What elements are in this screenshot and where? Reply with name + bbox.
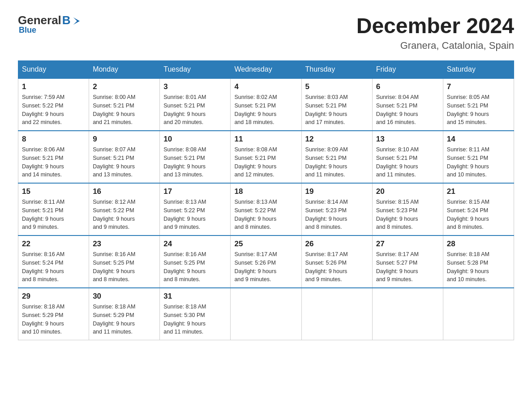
day-info: Sunrise: 8:03 AMSunset: 5:21 PMDaylight:…	[305, 93, 369, 127]
sunset-text: Sunset: 5:25 PM	[93, 259, 156, 267]
day-number: 8	[22, 135, 85, 144]
daylight-text: Daylight: 9 hours	[22, 110, 85, 119]
daylight-minutes: and 14 minutes.	[22, 171, 85, 179]
calendar-cell	[443, 288, 514, 340]
calendar-cell: 26Sunrise: 8:17 AMSunset: 5:26 PMDayligh…	[301, 235, 372, 288]
daylight-minutes: and 9 minutes.	[305, 275, 369, 284]
calendar-week-4: 22Sunrise: 8:16 AMSunset: 5:24 PMDayligh…	[18, 235, 514, 288]
page-header: General B Blue December 2024 Granera, Ca…	[18, 13, 514, 51]
sunset-text: Sunset: 5:21 PM	[376, 102, 439, 110]
col-header-sunday: Sunday	[18, 61, 89, 79]
daylight-text: Daylight: 9 hours	[93, 110, 156, 119]
calendar-cell	[231, 288, 301, 340]
day-number: 2	[93, 82, 156, 91]
calendar-cell: 12Sunrise: 8:09 AMSunset: 5:21 PMDayligh…	[301, 131, 372, 183]
daylight-minutes: and 8 minutes.	[447, 223, 510, 231]
calendar-week-3: 15Sunrise: 8:11 AMSunset: 5:21 PMDayligh…	[18, 183, 514, 235]
sunset-text: Sunset: 5:29 PM	[22, 311, 85, 320]
calendar-cell: 6Sunrise: 8:04 AMSunset: 5:21 PMDaylight…	[372, 78, 443, 131]
sunset-text: Sunset: 5:21 PM	[447, 154, 510, 163]
daylight-text: Daylight: 9 hours	[163, 267, 227, 276]
calendar-cell: 21Sunrise: 8:15 AMSunset: 5:24 PMDayligh…	[443, 183, 514, 235]
sunrise-text: Sunrise: 8:01 AM	[163, 93, 227, 102]
sunset-text: Sunset: 5:21 PM	[93, 102, 156, 110]
sunset-text: Sunset: 5:26 PM	[305, 259, 369, 267]
day-number: 26	[305, 240, 369, 248]
day-info: Sunrise: 8:11 AMSunset: 5:21 PMDaylight:…	[22, 198, 85, 231]
day-info: Sunrise: 8:06 AMSunset: 5:21 PMDaylight:…	[22, 146, 85, 179]
calendar-cell	[372, 288, 443, 340]
sunrise-text: Sunrise: 8:13 AM	[163, 198, 227, 206]
day-info: Sunrise: 8:09 AMSunset: 5:21 PMDaylight:…	[305, 146, 369, 179]
daylight-text: Daylight: 9 hours	[447, 215, 510, 223]
day-info: Sunrise: 8:01 AMSunset: 5:21 PMDaylight:…	[163, 93, 227, 127]
daylight-minutes: and 8 minutes.	[22, 275, 85, 284]
day-info: Sunrise: 8:17 AMSunset: 5:26 PMDaylight:…	[234, 250, 297, 284]
daylight-minutes: and 18 minutes.	[234, 118, 297, 127]
sunrise-text: Sunrise: 8:17 AM	[376, 250, 439, 259]
day-number: 29	[22, 292, 85, 301]
calendar-cell: 31Sunrise: 8:18 AMSunset: 5:30 PMDayligh…	[160, 288, 231, 340]
daylight-text: Daylight: 9 hours	[305, 267, 369, 276]
day-info: Sunrise: 8:16 AMSunset: 5:24 PMDaylight:…	[22, 250, 85, 284]
calendar-cell: 18Sunrise: 8:13 AMSunset: 5:22 PMDayligh…	[231, 183, 301, 235]
daylight-minutes: and 8 minutes.	[163, 275, 227, 284]
day-number: 11	[234, 135, 297, 144]
sunset-text: Sunset: 5:21 PM	[234, 154, 297, 163]
day-info: Sunrise: 8:08 AMSunset: 5:21 PMDaylight:…	[234, 146, 297, 179]
day-number: 5	[305, 82, 369, 91]
sunrise-text: Sunrise: 8:00 AM	[93, 93, 156, 102]
day-number: 23	[93, 240, 156, 248]
daylight-minutes: and 22 minutes.	[22, 118, 85, 127]
daylight-minutes: and 8 minutes.	[93, 275, 156, 284]
daylight-minutes: and 15 minutes.	[447, 118, 510, 127]
daylight-minutes: and 13 minutes.	[163, 171, 227, 179]
sunrise-text: Sunrise: 8:13 AM	[234, 198, 297, 206]
day-number: 10	[163, 135, 227, 144]
day-number: 21	[447, 187, 510, 196]
title-block: December 2024 Granera, Catalonia, Spain	[356, 13, 514, 51]
day-number: 4	[234, 82, 297, 91]
sunset-text: Sunset: 5:26 PM	[234, 259, 297, 267]
daylight-minutes: and 10 minutes.	[447, 275, 510, 284]
day-number: 14	[447, 135, 510, 144]
calendar-cell: 22Sunrise: 8:16 AMSunset: 5:24 PMDayligh…	[18, 235, 89, 288]
sunrise-text: Sunrise: 8:02 AM	[234, 93, 297, 102]
calendar-cell: 2Sunrise: 8:00 AMSunset: 5:21 PMDaylight…	[89, 78, 160, 131]
daylight-text: Daylight: 9 hours	[376, 215, 439, 223]
day-number: 18	[234, 187, 297, 196]
calendar-week-2: 8Sunrise: 8:06 AMSunset: 5:21 PMDaylight…	[18, 131, 514, 183]
daylight-minutes: and 13 minutes.	[93, 171, 156, 179]
sunrise-text: Sunrise: 8:08 AM	[163, 146, 227, 154]
daylight-minutes: and 17 minutes.	[305, 118, 369, 127]
col-header-thursday: Thursday	[301, 61, 372, 79]
sunset-text: Sunset: 5:22 PM	[22, 102, 85, 110]
calendar-cell: 3Sunrise: 8:01 AMSunset: 5:21 PMDaylight…	[160, 78, 231, 131]
day-number: 3	[163, 82, 227, 91]
calendar-week-5: 29Sunrise: 8:18 AMSunset: 5:29 PMDayligh…	[18, 288, 514, 340]
daylight-minutes: and 16 minutes.	[376, 118, 439, 127]
daylight-text: Daylight: 9 hours	[22, 320, 85, 328]
day-number: 19	[305, 187, 369, 196]
daylight-text: Daylight: 9 hours	[163, 320, 227, 328]
daylight-minutes: and 20 minutes.	[163, 118, 227, 127]
sunset-text: Sunset: 5:29 PM	[93, 311, 156, 320]
month-title: December 2024	[356, 13, 514, 38]
sunrise-text: Sunrise: 8:11 AM	[447, 146, 510, 154]
calendar-cell: 9Sunrise: 8:07 AMSunset: 5:21 PMDaylight…	[89, 131, 160, 183]
day-info: Sunrise: 8:16 AMSunset: 5:25 PMDaylight:…	[93, 250, 156, 284]
sunset-text: Sunset: 5:21 PM	[447, 102, 510, 110]
sunset-text: Sunset: 5:28 PM	[447, 259, 510, 267]
sunset-text: Sunset: 5:21 PM	[305, 154, 369, 163]
calendar-cell: 1Sunrise: 7:59 AMSunset: 5:22 PMDaylight…	[18, 78, 89, 131]
daylight-minutes: and 12 minutes.	[234, 171, 297, 179]
col-header-monday: Monday	[89, 61, 160, 79]
daylight-minutes: and 11 minutes.	[163, 328, 227, 336]
sunrise-text: Sunrise: 8:16 AM	[22, 250, 85, 259]
sunrise-text: Sunrise: 8:17 AM	[234, 250, 297, 259]
sunset-text: Sunset: 5:24 PM	[447, 206, 510, 215]
daylight-text: Daylight: 9 hours	[234, 110, 297, 119]
day-number: 22	[22, 240, 85, 248]
sunrise-text: Sunrise: 8:09 AM	[305, 146, 369, 154]
sunset-text: Sunset: 5:24 PM	[22, 259, 85, 267]
